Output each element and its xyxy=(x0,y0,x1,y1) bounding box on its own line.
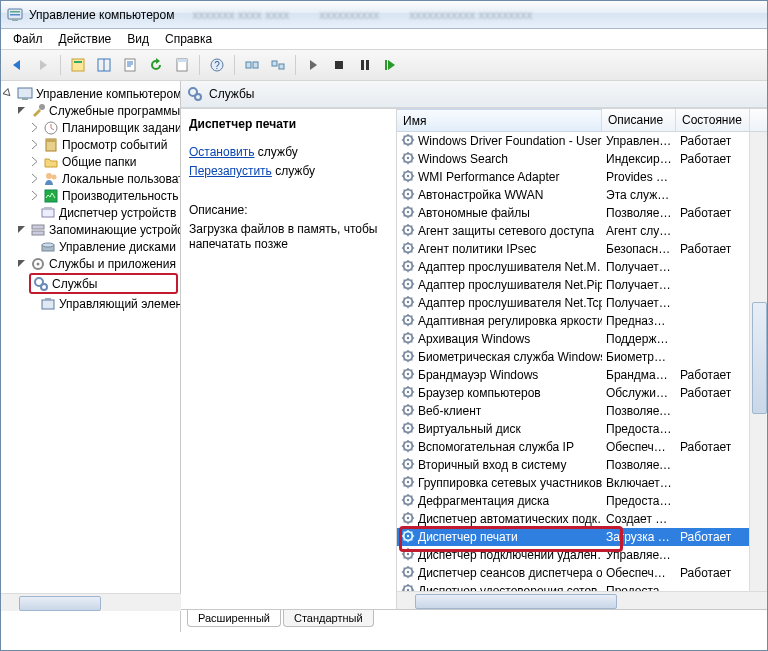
service-row[interactable]: Биометрическая служба WindowsБиометри… xyxy=(397,348,767,366)
scroll-thumb[interactable] xyxy=(19,596,101,611)
service-row[interactable]: Адаптер прослушивателя Net.TcpПолучает … xyxy=(397,294,767,312)
service-row[interactable]: Виртуальный дискПредостав… xyxy=(397,420,767,438)
gear-icon xyxy=(401,403,415,420)
col-name[interactable]: Имя xyxy=(397,109,602,131)
menu-file[interactable]: Файл xyxy=(7,30,49,48)
service-row[interactable]: Браузер компьютеровОбслужив…Работает xyxy=(397,384,767,402)
tab-extended[interactable]: Расширенный xyxy=(187,610,281,627)
tree-label: Локальные пользовате xyxy=(62,172,181,186)
service-row[interactable]: Адаптер прослушивателя Net.PipeПолучает … xyxy=(397,276,767,294)
tree-scheduler[interactable]: Планировщик заданий xyxy=(3,119,180,136)
service-row[interactable]: Агент политики IPsecБезопасно…Работает xyxy=(397,240,767,258)
tree-label: Запоминающие устройс xyxy=(49,223,181,237)
service-row[interactable]: Диспетчер удостоверения сетев…Предостав… xyxy=(397,582,767,591)
titlebar[interactable]: Управление компьютером xxxxxxx xxxx xxxx… xyxy=(1,1,767,29)
tree-sysutils[interactable]: Служебные программы xyxy=(3,102,180,119)
tree-svcapps[interactable]: Службы и приложения xyxy=(3,255,180,272)
restart-link[interactable]: Перезапустить xyxy=(189,164,272,178)
help-button[interactable]: ? xyxy=(205,53,229,77)
computers-button[interactable] xyxy=(266,53,290,77)
service-row[interactable]: Автонастройка WWANЭта служб… xyxy=(397,186,767,204)
service-row[interactable]: Дефрагментация дискаПредостав… xyxy=(397,492,767,510)
menu-view[interactable]: Вид xyxy=(121,30,155,48)
service-row[interactable]: Диспетчер печатиЗагрузка …Работает xyxy=(397,528,767,546)
refresh-button[interactable] xyxy=(144,53,168,77)
tree-events[interactable]: Просмотр событий xyxy=(3,136,180,153)
tree-folders[interactable]: Общие папки xyxy=(3,153,180,170)
menu-help[interactable]: Справка xyxy=(159,30,218,48)
service-row[interactable]: Диспетчер подключений удален…Управляет… xyxy=(397,546,767,564)
expand-icon[interactable] xyxy=(16,105,27,116)
back-button[interactable] xyxy=(5,53,29,77)
tree-diskmgr[interactable]: Управление дисками xyxy=(3,238,180,255)
service-row[interactable]: Вспомогательная служба IPОбеспечи…Работа… xyxy=(397,438,767,456)
service-state: Работает xyxy=(676,440,750,454)
svg-line-231 xyxy=(411,467,412,468)
service-row[interactable]: Брандмауэр WindowsБрандмау…Работает xyxy=(397,366,767,384)
service-row[interactable]: Диспетчер автоматических подк…Создает п… xyxy=(397,510,767,528)
tree-services[interactable]: Службы xyxy=(33,275,174,292)
menu-action[interactable]: Действие xyxy=(53,30,118,48)
svg-rect-15 xyxy=(272,61,277,66)
service-row[interactable]: Адаптивная регулировка яркостиПредназна… xyxy=(397,312,767,330)
start-service-button[interactable] xyxy=(301,53,325,77)
stop-link[interactable]: Остановить xyxy=(189,145,255,159)
scroll-thumb[interactable] xyxy=(752,302,767,414)
horizontal-scrollbar-list[interactable] xyxy=(397,591,767,609)
properties-button[interactable] xyxy=(66,53,90,77)
tree-users[interactable]: Локальные пользовате xyxy=(3,170,180,187)
show-hide-button[interactable] xyxy=(92,53,116,77)
expand-icon[interactable] xyxy=(16,224,27,235)
expand-icon[interactable] xyxy=(29,122,40,133)
svg-line-233 xyxy=(411,459,412,460)
connect-button[interactable] xyxy=(240,53,264,77)
service-row[interactable]: Вторичный вход в системуПозволяет… xyxy=(397,456,767,474)
col-desc[interactable]: Описание xyxy=(602,109,676,131)
service-row[interactable]: Веб-клиентПозволяет… xyxy=(397,402,767,420)
service-row[interactable]: Windows Driver Foundation - User…Управле… xyxy=(397,132,767,150)
stop-service-button[interactable] xyxy=(327,53,351,77)
service-state: Работает xyxy=(676,530,750,544)
svg-line-293 xyxy=(411,567,412,568)
export-button[interactable] xyxy=(118,53,142,77)
vertical-scrollbar[interactable] xyxy=(749,132,767,591)
services-icon xyxy=(33,276,49,292)
expand-icon[interactable] xyxy=(29,139,40,150)
tree-pane[interactable]: Управление компьютером (л Служебные прог… xyxy=(1,81,181,632)
svg-point-95 xyxy=(407,228,409,230)
prop-sheet-button[interactable] xyxy=(170,53,194,77)
service-row[interactable]: Группировка сетевых участниковВключает … xyxy=(397,474,767,492)
service-row[interactable]: Агент защиты сетевого доступаАгент слу… xyxy=(397,222,767,240)
service-row[interactable]: WMI Performance AdapterProvides p… xyxy=(397,168,767,186)
pause-service-button[interactable] xyxy=(353,53,377,77)
forward-button[interactable] xyxy=(31,53,55,77)
svg-line-181 xyxy=(411,377,412,378)
service-name: Адаптер прослушивателя Net.M… xyxy=(418,260,602,274)
svg-line-180 xyxy=(404,369,405,370)
service-row[interactable]: Диспетчер сеансов диспетчера о…Обеспечи…… xyxy=(397,564,767,582)
horizontal-scrollbar-tree[interactable] xyxy=(1,593,181,611)
gear-icon xyxy=(401,367,415,384)
service-row[interactable]: Автономные файлыПозволяе…Работает xyxy=(397,204,767,222)
tree-devmgr[interactable]: Диспетчер устройств xyxy=(3,204,180,221)
tree-label: Управляющий элемен xyxy=(59,297,181,311)
service-row[interactable]: Адаптер прослушивателя Net.M…Получает … xyxy=(397,258,767,276)
expand-icon[interactable] xyxy=(29,173,40,184)
expand-icon[interactable] xyxy=(3,88,14,99)
tree-wmi[interactable]: Управляющий элемен xyxy=(3,295,180,312)
expand-icon[interactable] xyxy=(29,156,40,167)
svg-rect-3 xyxy=(12,19,18,21)
expand-icon[interactable] xyxy=(29,190,40,201)
tree-perf[interactable]: Производительность xyxy=(3,187,180,204)
service-row[interactable]: Windows SearchИндексир…Работает xyxy=(397,150,767,168)
tree-root[interactable]: Управление компьютером (л xyxy=(3,85,180,102)
tree-storage[interactable]: Запоминающие устройс xyxy=(3,221,180,238)
col-state[interactable]: Состояние xyxy=(676,109,750,131)
restart-service-button[interactable] xyxy=(379,53,403,77)
scroll-thumb[interactable] xyxy=(415,594,617,609)
expand-icon[interactable] xyxy=(16,258,27,269)
tab-standard[interactable]: Стандартный xyxy=(283,610,374,627)
service-list[interactable]: Windows Driver Foundation - User…Управле… xyxy=(397,132,767,591)
svg-line-253 xyxy=(411,495,412,496)
service-row[interactable]: Архивация WindowsПоддержк… xyxy=(397,330,767,348)
